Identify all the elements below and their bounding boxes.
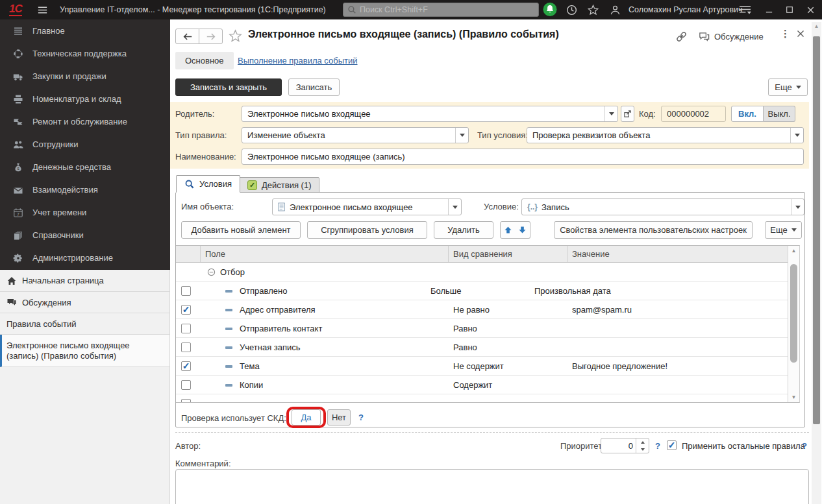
collapse-icon[interactable] bbox=[207, 268, 216, 278]
skd-help-link[interactable]: ? bbox=[358, 413, 364, 422]
favorite-star-icon[interactable] bbox=[229, 29, 242, 45]
sidebar-item-event-rules[interactable]: Правила событий bbox=[0, 313, 169, 335]
priority-stepper[interactable] bbox=[636, 438, 649, 453]
sidebar-item-repair[interactable]: Ремонт и обслуживание bbox=[0, 110, 170, 133]
current-user-name[interactable]: Соломахин Руслан Артурович bbox=[629, 5, 743, 14]
column-comparison[interactable]: Вид сравнения bbox=[453, 249, 512, 259]
condition-type-field[interactable]: Проверка реквизитов объекта bbox=[527, 127, 804, 143]
open-parent-button[interactable] bbox=[621, 106, 634, 122]
stepper-up-icon[interactable] bbox=[636, 438, 649, 446]
condition-field[interactable]: {..} Запись bbox=[521, 198, 804, 215]
add-element-button[interactable]: Добавить новый элемент bbox=[181, 221, 301, 239]
parent-field[interactable]: Электронное письмо входящее bbox=[242, 106, 618, 122]
discussion-button[interactable]: Обсуждение bbox=[698, 30, 764, 43]
maximize-icon[interactable] bbox=[780, 0, 799, 19]
save-button[interactable]: Записать bbox=[288, 78, 340, 96]
name-field[interactable]: Электронное письмо входящее (запись) bbox=[242, 149, 804, 165]
object-name-field[interactable]: Электронное письмо входящее bbox=[272, 198, 462, 215]
scroll-down-icon[interactable]: ▼ bbox=[788, 394, 799, 400]
move-up-button[interactable] bbox=[500, 221, 516, 239]
copy-link-icon[interactable] bbox=[675, 30, 688, 45]
sidebar-item-administration[interactable]: Администрирование bbox=[0, 246, 170, 269]
table-scrollbar-thumb[interactable] bbox=[790, 264, 797, 363]
close-form-icon[interactable] bbox=[796, 29, 805, 40]
search-input[interactable] bbox=[360, 5, 534, 14]
hamburger-menu-icon[interactable] bbox=[35, 3, 49, 17]
table-row[interactable]: Адрес отправителя Не равно spam@spam.ru bbox=[176, 300, 799, 319]
tab-actions[interactable]: ✓ Действия (1) bbox=[239, 177, 319, 193]
priority-input[interactable] bbox=[601, 438, 636, 453]
skd-yes-button[interactable]: Да bbox=[292, 409, 321, 426]
sidebar-item-home[interactable]: Начальная страница bbox=[0, 270, 169, 292]
sidebar-item-employees[interactable]: Сотрудники bbox=[0, 133, 170, 156]
row-checkbox[interactable] bbox=[181, 342, 191, 352]
forward-button[interactable] bbox=[199, 29, 223, 44]
table-row-partial[interactable] bbox=[176, 394, 799, 403]
sidebar-item-discussions[interactable]: Обсуждения bbox=[0, 292, 169, 313]
chevron-down-icon[interactable] bbox=[455, 128, 468, 143]
table-row[interactable]: Учетная запись Равно bbox=[176, 338, 799, 357]
scroll-up-icon[interactable]: ▲ bbox=[812, 23, 821, 29]
enable-off-button[interactable]: Выкл. bbox=[764, 106, 795, 122]
table-scrollbar[interactable]: ▲ ▼ bbox=[788, 246, 799, 402]
table-row[interactable]: Тема Не содержит Выгодное предложение! bbox=[176, 357, 799, 376]
priority-field[interactable] bbox=[601, 438, 649, 453]
notification-center-icon[interactable] bbox=[543, 2, 557, 16]
sidebar-item-money[interactable]: s Денежные средства bbox=[0, 156, 170, 178]
group-conditions-button[interactable]: Сгруппировать условия bbox=[307, 221, 427, 239]
back-button[interactable] bbox=[175, 29, 199, 44]
table-row[interactable]: Отправитель контакт Равно bbox=[176, 319, 799, 338]
stepper-down-icon[interactable] bbox=[636, 446, 649, 453]
sidebar-item-current-rule[interactable]: Электронное письмо входящее (запись) (Пр… bbox=[0, 335, 169, 367]
table-more-button[interactable]: Еще bbox=[765, 221, 802, 239]
chevron-down-icon[interactable] bbox=[604, 106, 617, 121]
comment-field[interactable] bbox=[175, 469, 809, 504]
form-scrollbar-thumb[interactable] bbox=[813, 36, 820, 424]
chevron-down-icon[interactable] bbox=[791, 199, 804, 215]
table-row[interactable]: Отправлено Больше Произвольная дата bbox=[176, 282, 799, 300]
move-down-button[interactable] bbox=[515, 221, 530, 239]
service-menu-icon[interactable] bbox=[738, 3, 752, 17]
tab-main[interactable]: Основное bbox=[175, 52, 234, 69]
close-window-icon[interactable] bbox=[801, 0, 819, 19]
enable-on-button[interactable]: Вкл. bbox=[731, 106, 764, 122]
favorites-star-icon[interactable] bbox=[586, 3, 600, 17]
apply-rest-help-link[interactable]: ? bbox=[802, 441, 807, 451]
sidebar-item-catalogs[interactable]: Справочники bbox=[0, 224, 170, 246]
more-dots-icon[interactable]: ⋮ bbox=[780, 28, 790, 40]
priority-help-link[interactable]: ? bbox=[655, 441, 660, 451]
more-actions-button[interactable]: Еще bbox=[768, 78, 808, 96]
chevron-down-icon[interactable] bbox=[790, 128, 803, 143]
user-icon[interactable] bbox=[608, 3, 622, 17]
row-checkbox[interactable] bbox=[181, 286, 191, 296]
sidebar-item-interactions[interactable]: Взаимодействия bbox=[0, 178, 170, 201]
row-checkbox[interactable] bbox=[181, 380, 191, 390]
delete-button[interactable]: Удалить bbox=[434, 221, 493, 239]
sidebar-item-purchases[interactable]: Закупки и продажи bbox=[0, 65, 170, 88]
sidebar-item-time[interactable]: 7 Учет времени bbox=[0, 201, 170, 224]
table-row[interactable]: Копии Содержит bbox=[176, 376, 799, 394]
tab-conditions[interactable]: Условия bbox=[176, 175, 240, 193]
table-group-row[interactable]: Отбор bbox=[176, 263, 799, 282]
skd-no-button[interactable]: Нет bbox=[327, 409, 351, 426]
row-checkbox[interactable] bbox=[181, 361, 191, 371]
chevron-down-icon[interactable] bbox=[448, 199, 461, 215]
history-icon[interactable] bbox=[564, 3, 579, 17]
column-value[interactable]: Значение bbox=[572, 249, 610, 259]
scroll-up-icon[interactable]: ▲ bbox=[788, 248, 799, 254]
save-and-close-button[interactable]: Записать и закрыть bbox=[175, 78, 282, 96]
sidebar-item-support[interactable]: Техническая поддержка bbox=[0, 42, 170, 65]
minimize-icon[interactable] bbox=[760, 0, 778, 19]
apply-rest-checkbox[interactable] bbox=[667, 440, 677, 450]
global-search[interactable] bbox=[343, 3, 539, 17]
user-settings-properties-button[interactable]: Свойства элемента пользовательских настр… bbox=[554, 221, 753, 239]
row-checkbox[interactable] bbox=[181, 324, 191, 333]
row-checkbox[interactable] bbox=[181, 399, 191, 403]
column-field[interactable]: Поле bbox=[205, 249, 225, 259]
row-checkbox[interactable] bbox=[181, 305, 191, 315]
tab-rule-executions-link[interactable]: Выполнение правила событий bbox=[238, 56, 358, 66]
sidebar-item-main[interactable]: Главное bbox=[0, 19, 170, 42]
form-scrollbar[interactable]: ▲ bbox=[812, 22, 821, 504]
sidebar-item-stock[interactable]: Номенклатура и склад bbox=[0, 88, 170, 110]
rule-type-field[interactable]: Изменение объекта bbox=[242, 127, 469, 143]
